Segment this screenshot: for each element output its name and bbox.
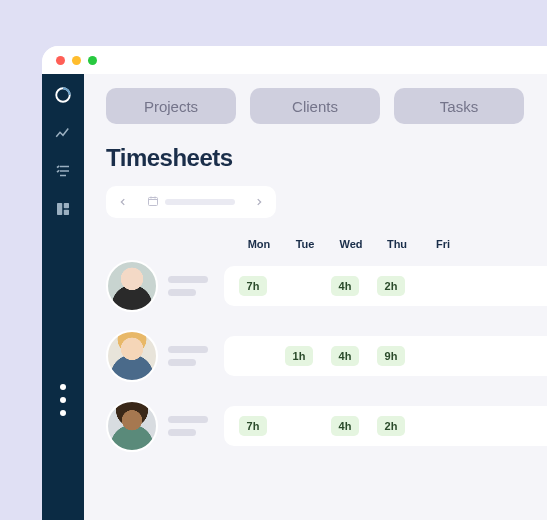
hour-cell: 2h <box>368 276 414 296</box>
day-header: Thu <box>374 238 420 250</box>
hour-cell: 9h <box>368 346 414 366</box>
hour-cell: 7h <box>230 276 276 296</box>
window-minimize-dot[interactable] <box>72 56 81 65</box>
date-placeholder <box>165 199 235 205</box>
chevron-right-icon[interactable] <box>252 195 266 210</box>
avatar[interactable] <box>106 260 158 312</box>
day-header: Tue <box>282 238 328 250</box>
hour-cell: 7h <box>230 416 276 436</box>
tab-clients[interactable]: Clients <box>250 88 380 124</box>
tabs-row: Projects Clients Tasks <box>106 88 547 124</box>
person-meta <box>158 346 224 366</box>
grid-icon[interactable] <box>52 198 74 220</box>
hour-cell: 2h <box>368 416 414 436</box>
tab-projects[interactable]: Projects <box>106 88 236 124</box>
chevron-left-icon[interactable] <box>116 195 130 210</box>
hours-card: 1h 4h 9h <box>224 336 547 376</box>
list-icon[interactable] <box>52 160 74 182</box>
date-display <box>147 193 235 211</box>
day-header: Mon <box>236 238 282 250</box>
name-placeholder <box>168 346 208 353</box>
hour-chip[interactable]: 2h <box>377 276 406 296</box>
logo-icon[interactable] <box>52 84 74 106</box>
day-header: Wed <box>328 238 374 250</box>
indicator-dot <box>60 410 66 416</box>
app-window: Projects Clients Tasks Timesheets <box>42 46 547 520</box>
day-headers: Mon Tue Wed Thu Fri <box>106 238 547 250</box>
app-body: Projects Clients Tasks Timesheets <box>42 74 547 520</box>
sidebar-indicators <box>60 384 66 416</box>
date-range-picker[interactable] <box>106 186 276 218</box>
hour-chip[interactable]: 4h <box>331 346 360 366</box>
hour-chip[interactable]: 9h <box>377 346 406 366</box>
role-placeholder <box>168 289 196 296</box>
timesheet-row: 7h 4h 2h <box>106 260 547 312</box>
hour-chip[interactable]: 7h <box>239 416 268 436</box>
hour-chip[interactable]: 4h <box>331 276 360 296</box>
window-close-dot[interactable] <box>56 56 65 65</box>
hour-cell: 4h <box>322 346 368 366</box>
indicator-dot <box>60 397 66 403</box>
hour-cell: 1h <box>276 346 322 366</box>
name-placeholder <box>168 276 208 283</box>
person-meta <box>158 416 224 436</box>
hour-chip[interactable]: 1h <box>285 346 314 366</box>
svg-rect-4 <box>149 198 158 206</box>
page-title: Timesheets <box>106 144 547 172</box>
hour-chip[interactable]: 4h <box>331 416 360 436</box>
hour-chip[interactable]: 2h <box>377 416 406 436</box>
window-titlebar <box>42 46 547 74</box>
hour-cell: 4h <box>322 276 368 296</box>
hours-card: 7h 4h 2h <box>224 266 547 306</box>
calendar-icon <box>147 193 159 211</box>
person-meta <box>158 276 224 296</box>
name-placeholder <box>168 416 208 423</box>
svg-rect-3 <box>64 210 69 215</box>
sidebar <box>42 74 84 520</box>
role-placeholder <box>168 359 196 366</box>
indicator-dot <box>60 384 66 390</box>
hour-chip[interactable]: 7h <box>239 276 268 296</box>
avatar[interactable] <box>106 330 158 382</box>
hours-card: 7h 4h 2h <box>224 406 547 446</box>
svg-rect-1 <box>57 203 62 215</box>
window-zoom-dot[interactable] <box>88 56 97 65</box>
avatar[interactable] <box>106 400 158 452</box>
hour-cell: 4h <box>322 416 368 436</box>
timesheet-row: 7h 4h 2h <box>106 400 547 452</box>
svg-rect-2 <box>64 203 69 208</box>
analytics-icon[interactable] <box>52 122 74 144</box>
main-content: Projects Clients Tasks Timesheets <box>84 74 547 520</box>
timesheet-row: 1h 4h 9h <box>106 330 547 382</box>
role-placeholder <box>168 429 196 436</box>
tab-tasks[interactable]: Tasks <box>394 88 524 124</box>
day-header: Fri <box>420 238 466 250</box>
